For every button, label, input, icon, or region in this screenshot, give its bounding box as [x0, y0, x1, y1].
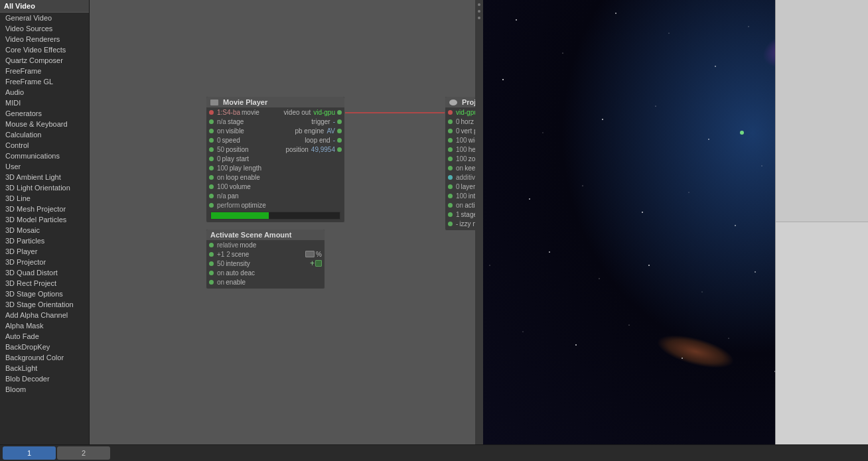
movie-row-6: 0 play start — [206, 154, 344, 163]
sidebar-item-16[interactable]: 3D Light Orientation — [0, 182, 89, 193]
sidebar: All Video General VideoVideo SourcesVide… — [0, 0, 90, 444]
sidebar-item-35[interactable]: Bloom — [0, 384, 89, 395]
sidebar-item-7[interactable]: Audio — [0, 87, 89, 98]
sidebar-item-31[interactable]: BackDropKey — [0, 342, 89, 352]
sidebar-item-3[interactable]: Core Video Effects — [0, 44, 89, 55]
tab-2-button[interactable]: 2 — [57, 446, 110, 460]
movie-row-7: 100 play length — [206, 163, 344, 172]
sidebar-item-18[interactable]: 3D Mesh Projector — [0, 204, 89, 214]
port-dot-red — [209, 110, 214, 115]
sidebar-item-10[interactable]: Mouse & Keyboard — [0, 119, 89, 129]
port-dot-right-1 — [337, 110, 342, 115]
video-icon — [210, 99, 218, 105]
projector-icon — [449, 99, 457, 105]
right-preview — [483, 0, 868, 444]
sidebar-item-8[interactable]: MIDI — [0, 98, 89, 108]
bottom-bar: 1 2 — [0, 444, 868, 461]
sidebar-item-30[interactable]: Auto Fade — [0, 331, 89, 342]
movie-row-10: n/a pan — [206, 191, 344, 200]
movie-row-4: 0 speed loop end - — [206, 135, 344, 145]
sidebar-item-29[interactable]: Alpha Mask — [0, 320, 89, 331]
sidebar-item-25[interactable]: 3D Rect Project — [0, 278, 89, 289]
sidebar-item-26[interactable]: 3D Stage Options — [0, 289, 89, 299]
movie-row-1: 1:S4-ba movie video out vid-gpu — [206, 107, 344, 117]
sidebar-item-2[interactable]: Video Renderers — [0, 34, 89, 44]
sidebar-header: All Video — [0, 0, 89, 13]
sidebar-item-34[interactable]: Blob Decoder — [0, 373, 89, 384]
center-content: Movie Player 1:S4-ba movie video out vid… — [90, 0, 483, 444]
movie-row-9: 100 volume — [206, 182, 344, 191]
activate-scene-title: Activate Scene Amount — [210, 231, 291, 239]
sidebar-item-0[interactable]: General Video — [0, 13, 89, 23]
sidebar-item-19[interactable]: 3D Model Particles — [0, 214, 89, 225]
sidebar-item-4[interactable]: Quartz Composer — [0, 55, 89, 66]
sidebar-item-14[interactable]: User — [0, 161, 89, 172]
sidebar-list: General VideoVideo SourcesVideo Renderer… — [0, 13, 89, 444]
movie-player-node: Movie Player 1:S4-ba movie video out vid… — [206, 96, 345, 223]
sidebar-item-6[interactable]: FreeFrame GL — [0, 76, 89, 87]
sidebar-item-12[interactable]: Control — [0, 140, 89, 151]
movie-row-5: 50 position position 49,9954 — [206, 145, 344, 154]
sidebar-item-33[interactable]: BackLight — [0, 363, 89, 373]
progress-bar-area — [210, 212, 340, 220]
activate-scene-header: Activate Scene Amount — [206, 230, 325, 240]
movie-row-3: on visible pb engine AV — [206, 126, 344, 135]
movie-player-title: Movie Player — [223, 98, 267, 106]
tab-1-button[interactable]: 1 — [3, 446, 56, 460]
movie-player-header: Movie Player — [206, 97, 344, 107]
main-area: All Video General VideoVideo SourcesVide… — [0, 0, 868, 444]
sidebar-item-21[interactable]: 3D Particles — [0, 235, 89, 246]
sidebar-item-27[interactable]: 3D Stage Orientation — [0, 299, 89, 310]
movie-row-2: n/a stage trigger - — [206, 117, 344, 126]
movie-row-8: on loop enable — [206, 172, 344, 182]
sidebar-item-17[interactable]: 3D Line — [0, 193, 89, 204]
sidebar-item-1[interactable]: Video Sources — [0, 23, 89, 34]
sidebar-item-13[interactable]: Communications — [0, 151, 89, 161]
right-gray-panel — [775, 0, 868, 444]
activate-scene-node: Activate Scene Amount relative mode +1 2… — [206, 229, 325, 289]
sidebar-item-20[interactable]: 3D Mosaic — [0, 225, 89, 235]
sidebar-item-23[interactable]: 3D Projector — [0, 257, 89, 267]
sidebar-item-24[interactable]: 3D Quad Distort — [0, 267, 89, 278]
sidebar-item-11[interactable]: Calculation — [0, 129, 89, 140]
sidebar-item-15[interactable]: 3D Ambient Light — [0, 172, 89, 182]
sidebar-item-9[interactable]: Generators — [0, 108, 89, 119]
movie-row-11: perform optimize — [206, 200, 344, 210]
center-scrollbar — [475, 0, 483, 444]
sidebar-item-22[interactable]: 3D Player — [0, 246, 89, 257]
sidebar-item-32[interactable]: Background Color — [0, 352, 89, 363]
sidebar-item-28[interactable]: Add Alpha Channel — [0, 310, 89, 320]
sidebar-item-5[interactable]: FreeFrame — [0, 66, 89, 76]
